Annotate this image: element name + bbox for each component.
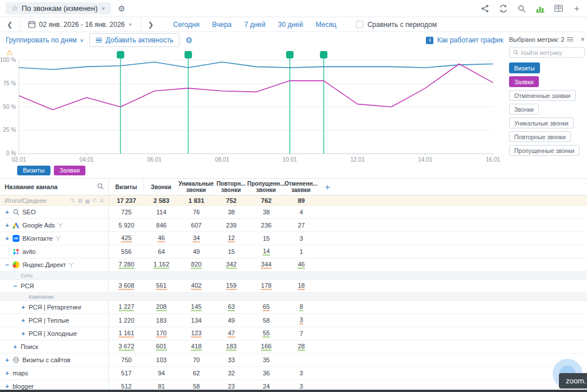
legend-chip-Заявки[interactable]: Заявки [54, 166, 86, 175]
table-row[interactable]: +maps517946232363 [0, 367, 587, 380]
metric-cell[interactable]: 425 [109, 232, 144, 245]
column-header[interactable]: Отмененн... заявки [284, 179, 319, 195]
column-header[interactable]: Звонки [144, 179, 179, 195]
metric-cell[interactable]: 402 [179, 280, 214, 292]
metric-cell[interactable]: 63 [214, 301, 249, 313]
metric-cell[interactable]: 47 [214, 327, 249, 340]
quick-range-today[interactable]: Сегодня [173, 21, 199, 29]
metric-cell[interactable]: 1 227 [109, 301, 144, 313]
date-range-picker[interactable]: 02 янв. 2026 - 16 янв. 2026 ∨ [19, 17, 141, 32]
metric-cell[interactable]: 46 [144, 232, 179, 245]
event-marker-flag[interactable] [320, 51, 327, 58]
expand-button[interactable]: + [5, 209, 10, 215]
metric-cell[interactable]: 1 161 [109, 327, 144, 340]
metric-chip-selected[interactable]: Заявки [509, 76, 539, 87]
sort-icon[interactable]: ⇅ [71, 198, 75, 203]
column-header[interactable]: Визиты [109, 179, 144, 195]
square-icon[interactable]: ▦ [77, 198, 83, 203]
metric-cell[interactable]: 12 [214, 232, 249, 245]
expand-button[interactable]: + [5, 222, 10, 229]
metric-cell[interactable]: 208 [144, 301, 179, 313]
gear-icon[interactable]: ⚙ [118, 4, 126, 13]
group-by-dropdown[interactable]: Группировать по дням ∨ [6, 36, 84, 44]
metric-cell[interactable]: 34 [179, 232, 214, 245]
column-header[interactable]: Уникальные звонки [179, 179, 214, 195]
line-chart[interactable]: 100 %75 %50 %25 %0 %02.0104.0106.0108.01… [0, 48, 509, 163]
event-marker-flag[interactable] [286, 51, 294, 58]
metric-cell[interactable]: 166 [249, 340, 284, 353]
metric-cell[interactable]: 601 [144, 340, 179, 353]
quick-range-7days[interactable]: 7 дней [244, 21, 265, 29]
table-row[interactable]: +avito556644915141 [0, 245, 587, 258]
report-selector[interactable]: ☆ По звонкам (изменен) ∨ [6, 2, 111, 14]
expand-button[interactable]: + [21, 317, 26, 324]
quick-range-month[interactable]: Месяц [316, 21, 336, 29]
metric-cell[interactable]: 28 [284, 340, 319, 353]
metric-chip[interactable]: Пропущенные звонки [509, 145, 580, 156]
share-icon[interactable] [480, 4, 490, 13]
table-row[interactable]: +Google Ads5 92084660723923627 [0, 219, 587, 232]
legend-chip-Визиты[interactable]: Визиты [17, 166, 50, 175]
metric-cell[interactable]: 1 162 [144, 258, 179, 271]
table-row[interactable]: +РСЯ | Теплые1 22018313449583 [0, 314, 587, 327]
star-icon[interactable]: ☆ [11, 4, 18, 13]
table-row[interactable]: +SEO7251147638384 [0, 206, 587, 219]
add-column-button[interactable]: ＋ [319, 179, 336, 195]
prev-period-button[interactable]: ❮ [0, 21, 19, 29]
metric-chip[interactable]: Звонки [509, 104, 539, 115]
metric-cell[interactable]: 170 [144, 327, 179, 340]
list-icon[interactable]: ≣ [99, 198, 104, 203]
collapse-button[interactable]: − [5, 261, 10, 268]
event-marker-flag[interactable] [185, 51, 192, 58]
add-activity-button[interactable]: Добавить активность [89, 33, 179, 47]
reports-icon[interactable] [554, 4, 563, 13]
metric-cell[interactable]: 3 [284, 314, 319, 327]
table-row[interactable]: +Поиск3 67260141818316628 [0, 340, 587, 354]
next-period-button[interactable]: ❯ [141, 21, 161, 29]
close-icon[interactable]: × [580, 36, 585, 43]
metric-cell[interactable]: 183 [214, 340, 249, 353]
metrics-list-icon[interactable] [567, 37, 573, 42]
table-row[interactable]: +VKВКонтакте425463412153 [0, 232, 587, 245]
expand-button[interactable]: + [13, 343, 18, 350]
name-column-header[interactable]: Название канала [0, 179, 109, 195]
metric-cell[interactable]: 561 [144, 280, 179, 292]
metric-search-box[interactable] [509, 47, 585, 58]
metric-cell[interactable]: 3 608 [109, 280, 144, 292]
metric-cell[interactable]: 344 [249, 258, 284, 271]
expand-button[interactable]: + [5, 370, 10, 377]
expand-button[interactable]: + [21, 304, 26, 311]
column-header[interactable]: Пропущенн... звонки [249, 179, 284, 195]
compare-checkbox[interactable] [356, 21, 363, 28]
table-row[interactable]: +Визиты с сайтов750103703335 [0, 354, 587, 367]
search-icon[interactable] [517, 4, 526, 13]
table-row[interactable]: −РСЯ3 60856140215917818 [0, 280, 587, 293]
refresh-icon[interactable] [499, 4, 508, 13]
table-row[interactable]: +РСЯ | Ретаргетинг1 22720814563658 [0, 301, 587, 314]
compare-period-toggle[interactable]: Сравнить с периодом [356, 21, 437, 29]
collapse-button[interactable]: − [13, 283, 18, 289]
metric-cell[interactable]: 55 [249, 327, 284, 340]
metric-cell[interactable]: 145 [179, 301, 214, 313]
metric-cell[interactable]: 159 [214, 280, 249, 292]
metric-cell[interactable]: 123 [179, 327, 214, 340]
metric-cell[interactable]: 8 [284, 301, 319, 313]
metric-cell[interactable]: 3 672 [109, 340, 144, 353]
metric-cell[interactable]: 418 [179, 340, 214, 353]
expand-button[interactable]: + [5, 356, 10, 363]
metric-chip[interactable]: Повторные звонки [509, 131, 571, 142]
event-marker-flag[interactable] [117, 51, 124, 58]
table-row[interactable]: +РСЯ | Холодные1 16117012347557 [0, 327, 587, 340]
metric-chip[interactable]: Уникальные звонки [509, 117, 574, 128]
chart-icon[interactable]: ▅ [85, 198, 89, 203]
expand-button[interactable]: + [5, 235, 10, 242]
column-header[interactable]: Повторн... звонки [214, 179, 249, 195]
metric-cell[interactable]: 14 [249, 245, 284, 258]
metric-cell[interactable]: 342 [214, 258, 249, 271]
metric-cell[interactable]: 7 280 [109, 258, 144, 271]
metric-cell[interactable]: 18 [284, 280, 319, 292]
expand-button[interactable]: + [21, 330, 26, 337]
metric-chip[interactable]: Отмененные заявки [509, 90, 576, 101]
metric-chip-selected[interactable]: Визиты [509, 62, 540, 73]
table-search-icon[interactable] [97, 183, 104, 191]
